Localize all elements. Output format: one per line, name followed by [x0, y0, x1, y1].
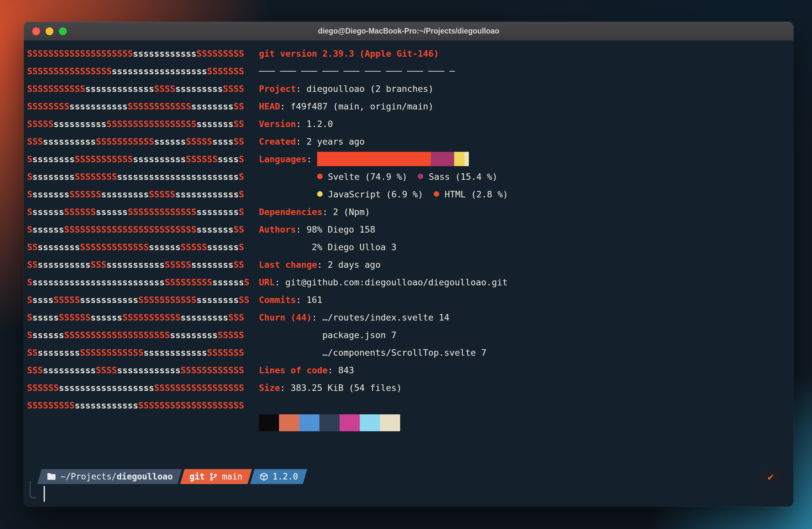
info-label: URL: [259, 277, 275, 287]
palette: [259, 414, 508, 431]
info-value: 161: [306, 295, 322, 305]
info-label: HEAD: [259, 101, 280, 111]
info-row: URL: git@github.com:diegoulloao/diegoull…: [259, 274, 508, 291]
info-label: Version: [259, 119, 296, 129]
language-bar-segment: [317, 152, 431, 166]
info-row: Authors: 98% Diego 158: [259, 221, 508, 239]
info-label: Created: [259, 137, 296, 146]
info-value: 98% Diego 158: [306, 225, 375, 234]
ascii-art: SSSSSSSSSSSSSSSSSSSSssssssssssssSSSSSSSS…: [27, 45, 249, 414]
info-value: 2 (Npm): [333, 207, 370, 217]
info-value: …/routes/index.svelte 14: [322, 312, 449, 323]
language-legend-line: Svelte (74.9 %) Sass (15.4 %): [259, 168, 508, 186]
terminal-window[interactable]: diego@Diego-MacBook-Pro:~/Projects/diego…: [24, 22, 794, 506]
info-value: f49f487 (main, origin/main): [291, 101, 434, 111]
prompt-path: ~/Projects/diegoulloao: [60, 472, 173, 482]
ascii-art-line: SSssssssssSSSSSSSSSSSSssssssssssssSSSSSS…: [27, 344, 249, 361]
palette-swatch: [339, 414, 360, 431]
info-value: 843: [338, 365, 354, 375]
info-row: Dependencies: 2 (Npm): [259, 203, 508, 221]
ascii-art-line: SSSSSSSSSssssssssssssSSSSSSSSSSSSSSSSSSS…: [27, 397, 249, 414]
terminal-content[interactable]: SSSSSSSSSSSSSSSSSSSSssssssssssssSSSSSSSS…: [24, 41, 794, 506]
info-label: Commits: [259, 295, 296, 305]
palette-swatch: [279, 414, 299, 431]
ascii-art-line: SSSSSSssssssssssssssssssSSSSSSSSSSSSSSSS…: [27, 379, 249, 397]
legend-dot: [418, 174, 423, 179]
info-row: HEAD: f49f487 (main, origin/main): [259, 98, 508, 115]
info-rows: Project: diegoulloao (2 branches)HEAD: f…: [259, 80, 508, 397]
info-label: Authors: [259, 225, 296, 234]
info-label: Churn (44): [259, 312, 312, 323]
info-continuation: …/components/ScrollTop.svelte 7: [259, 344, 508, 361]
ascii-art-line: SSSssssssssssSSSSSSSSSSSssssssSSSSSssssS…: [27, 133, 249, 151]
titlebar[interactable]: diego@Diego-MacBook-Pro:~/Projects/diego…: [24, 22, 794, 41]
info-value: 383.25 KiB (54 files): [291, 383, 402, 393]
info-value: 2 years ago: [306, 137, 365, 146]
info-label: Languages: [259, 154, 306, 164]
git-branch-name: main: [222, 472, 243, 482]
legend-dot: [317, 174, 323, 179]
minimize-button[interactable]: [46, 27, 54, 35]
ascii-art-line: SSssssssssSSSSSSSSSSSSSssssssSSSSSssssss…: [27, 239, 249, 256]
palette-swatch: [360, 414, 380, 431]
info-value: git@github.com:diegoulloao/diegoulloao.g…: [285, 277, 508, 287]
window-title: diego@Diego-MacBook-Pro:~/Projects/diego…: [318, 27, 499, 35]
palette-swatch: [380, 414, 400, 431]
terminal-cursor: [44, 486, 45, 502]
palette-swatch: [259, 414, 279, 431]
info-row: Commits: 161: [259, 291, 508, 309]
close-button[interactable]: [32, 27, 40, 35]
separator-line: ─── ─── ─── ─── ─── ─── ─── ─── ─── ─: [259, 62, 508, 80]
info-row: Churn (44): …/routes/index.svelte 14: [259, 309, 508, 326]
git-branch-icon: [209, 472, 218, 481]
ascii-art-line: SsssssssSSSSSSsssssssssSSSSSssssssssssss…: [27, 186, 249, 203]
info-row: Lines of code: 843: [259, 361, 508, 379]
info-row: Last change: 2 days ago: [259, 256, 508, 274]
info-row: Size: 383.25 KiB (54 files): [259, 379, 508, 397]
ascii-art-line: SssssssssSSSSSSSSsssssssssssssssssssssss…: [27, 168, 249, 186]
check-icon: ✔: [768, 471, 773, 483]
ascii-art-line: SssssssSSSSSSssssssSSSSSSSSSSSSSssssssss…: [27, 203, 249, 221]
ascii-art-line: SssssSSSSSsssssssssssSSSSSSSSSSSssssssss…: [27, 291, 249, 309]
info-row: Version: 1.2.0: [259, 115, 508, 133]
info-label: Last change: [259, 260, 317, 270]
info-continuation: 2% Diego Ulloa 3: [259, 239, 508, 256]
palette-swatch: [299, 414, 319, 431]
shell-prompt: ~/Projects/diegoulloao git main: [39, 469, 308, 484]
desktop-wallpaper: diego@Diego-MacBook-Pro:~/Projects/diego…: [0, 0, 812, 529]
legend-dot: [317, 191, 323, 197]
ascii-art-line: SSSSSssssssssssSSSSSSSSSSSSSSSSSsssssssS…: [27, 115, 249, 133]
traffic-lights: [32, 22, 67, 40]
info-panel: git version 2.39.3 (Apple Git-146) ─── ─…: [259, 45, 508, 431]
language-bar-segment: [431, 152, 454, 166]
ascii-art-line: SssssssssSSSSSSSSSSSssssssssssSSSSSSssss…: [27, 151, 249, 168]
legend-dot: [434, 191, 439, 197]
info-row: Created: 2 years ago: [259, 133, 508, 151]
ascii-art-line: SSSSSSSSSSSSSSSSssssssssssssssssssSSSSSS…: [27, 62, 249, 80]
command-margin-bracket: [30, 481, 36, 498]
info-continuation: package.json 7: [259, 326, 508, 344]
language-bar-segment: [465, 152, 469, 166]
git-label: git: [189, 472, 205, 482]
info-label: Dependencies: [259, 207, 322, 217]
zoom-button[interactable]: [59, 27, 67, 35]
language-legend-line: JavaScript (6.9 %) HTML (2.8 %): [259, 186, 508, 203]
info-label: Lines of code: [259, 365, 328, 375]
ascii-art-line: SssssssSSSSSSSSSSSSSSSSSSSSsssssssssSSSS…: [27, 326, 249, 344]
exit-status-indicator: ✔: [758, 469, 782, 484]
ascii-art-line: SSSssssssssssSSSSssssssssssssSSSSSSSSSSS…: [27, 361, 249, 379]
version-text: 1.2.0: [273, 472, 298, 482]
ascii-art-line: SsssssSSSSSSssssssSSSSSSSSSSSsssssssssSS…: [27, 309, 249, 326]
git-version-header: git version 2.39.3 (Apple Git-146): [259, 45, 508, 62]
language-bar-segment: [454, 152, 465, 166]
ascii-art-line: SSSSSSSSSSSsssssssssssssSSSSsssssssssSSS…: [27, 80, 249, 98]
ascii-art-line: SssssssSSSSSSSSSSSSSSSSSSSSSSSSSsssssssS…: [27, 221, 249, 239]
ascii-art-line: SSSSSSSSSSSSSSSSSSSSssssssssssssSSSSSSSS…: [27, 45, 249, 62]
info-value: 2 days ago: [328, 260, 381, 270]
ascii-art-line: SSSSSSSSsssssssssssSSSSSSSSSSSSssssssssS…: [27, 98, 249, 115]
info-value: diegoulloao (2 branches): [306, 84, 433, 94]
language-bar: [317, 152, 469, 166]
folder-icon: [46, 472, 56, 482]
ascii-art-line: SsssssssssssssssssssssssssSSSSSSSSSsssss…: [27, 274, 249, 291]
ascii-art-line: SSssssssssssSSSsssssssssssSSSSSssssssssS…: [27, 256, 249, 274]
